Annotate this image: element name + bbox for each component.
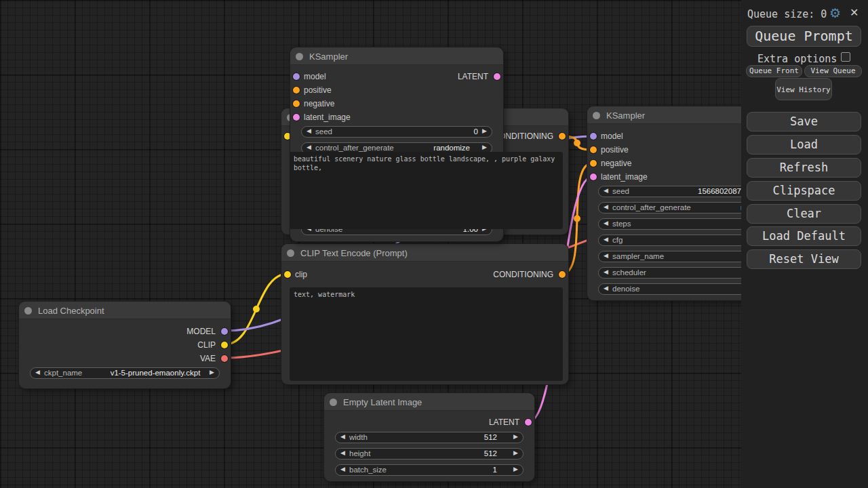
widget-value: 0 bbox=[474, 127, 478, 136]
collapse-dot-icon[interactable] bbox=[330, 399, 337, 406]
clip-input-port[interactable] bbox=[284, 271, 291, 278]
conditioning-output-port[interactable] bbox=[559, 271, 566, 278]
node-title: Load Checkpoint bbox=[38, 306, 104, 316]
decrement-arrow-icon[interactable] bbox=[604, 236, 608, 243]
load-button[interactable]: Load bbox=[747, 135, 861, 155]
negative-input-port[interactable] bbox=[293, 100, 300, 107]
widget-label: control_after_generate bbox=[315, 144, 394, 152]
negative-input-label: negative bbox=[601, 159, 631, 168]
model-input-port[interactable] bbox=[293, 73, 300, 80]
increment-arrow-icon[interactable] bbox=[513, 466, 518, 472]
queue-size-label: Queue size: 0 bbox=[747, 8, 827, 20]
node-empty-latent-image[interactable]: Empty Latent Image LATENT width 512 heig… bbox=[324, 393, 534, 481]
node-checkpoint-titlebar[interactable]: Load Checkpoint bbox=[19, 302, 231, 319]
decrement-arrow-icon[interactable] bbox=[340, 466, 345, 472]
node-load-checkpoint[interactable]: Load Checkpoint MODEL CLIP VAE ckpt_name… bbox=[19, 302, 231, 388]
widget-label: height bbox=[349, 449, 370, 458]
increment-arrow-icon[interactable] bbox=[513, 433, 518, 440]
increment-arrow-icon[interactable] bbox=[482, 144, 487, 150]
decrement-arrow-icon[interactable] bbox=[604, 220, 608, 226]
clear-button[interactable]: Clear bbox=[747, 204, 861, 224]
seed-widget[interactable]: seed 0 bbox=[301, 126, 492, 138]
widget-label: ckpt_name bbox=[44, 369, 82, 377]
graph-canvas[interactable]: CLIP Text Encode (Prompt) clip CONDITION… bbox=[0, 0, 868, 488]
model-input-port[interactable] bbox=[590, 133, 597, 140]
collapse-dot-icon[interactable] bbox=[287, 249, 294, 257]
widget-label: sampler_name bbox=[612, 252, 664, 260]
node-ksampler-top-titlebar[interactable]: KSampler bbox=[290, 47, 503, 65]
height-widget[interactable]: height 512 bbox=[335, 448, 524, 460]
positive-input-port[interactable] bbox=[590, 146, 597, 153]
refresh-button[interactable]: Refresh bbox=[747, 158, 861, 178]
decrement-arrow-icon[interactable] bbox=[307, 127, 311, 134]
queue-front-button[interactable]: Queue Front bbox=[746, 65, 802, 77]
vae-output-port[interactable] bbox=[221, 355, 228, 362]
latent-output-label: LATENT bbox=[489, 418, 519, 427]
decrement-arrow-icon[interactable] bbox=[307, 144, 311, 150]
collapse-dot-icon[interactable] bbox=[296, 53, 303, 60]
width-widget[interactable]: width 512 bbox=[335, 432, 524, 443]
next-option-arrow-icon[interactable] bbox=[210, 369, 214, 375]
model-input-label: model bbox=[304, 72, 326, 81]
load-default-button[interactable]: Load Default bbox=[747, 226, 861, 246]
decrement-arrow-icon[interactable] bbox=[604, 285, 608, 291]
latent-output-port[interactable] bbox=[525, 419, 532, 426]
clipspace-button[interactable]: Clipspace bbox=[747, 181, 861, 201]
queue-prompt-button[interactable]: Queue Prompt bbox=[747, 26, 861, 47]
menu-panel: Queue size: 0 Queue Prompt Extra options… bbox=[741, 0, 868, 488]
batch-size-widget[interactable]: batch_size 1 bbox=[335, 464, 524, 476]
widget-value: v1-5-pruned-emaonly.ckpt bbox=[92, 369, 219, 377]
node-title: CLIP Text Encode (Prompt) bbox=[300, 248, 408, 258]
previous-option-arrow-icon[interactable] bbox=[35, 369, 40, 375]
widget-value: 1 bbox=[493, 466, 497, 474]
positive-input-port[interactable] bbox=[293, 87, 300, 94]
view-queue-button[interactable]: View Queue bbox=[804, 65, 862, 77]
decrement-arrow-icon[interactable] bbox=[604, 252, 608, 259]
widget-value: randomize bbox=[433, 144, 470, 152]
clip-output-port[interactable] bbox=[221, 342, 228, 348]
settings-gear-icon[interactable] bbox=[829, 5, 841, 21]
extra-options-checkbox[interactable] bbox=[841, 52, 850, 62]
widget-label: steps bbox=[612, 220, 631, 228]
widget-label: seed bbox=[315, 127, 332, 136]
positive-input-label: positive bbox=[304, 85, 332, 95]
save-button[interactable]: Save bbox=[747, 112, 861, 131]
ckpt-name-widget[interactable]: ckpt_name v1-5-pruned-emaonly.ckpt bbox=[30, 367, 220, 379]
decrement-arrow-icon[interactable] bbox=[604, 187, 608, 194]
clip-output-label: CLIP bbox=[197, 340, 216, 350]
node-title: KSampler bbox=[309, 52, 348, 62]
decrement-arrow-icon[interactable] bbox=[340, 433, 345, 440]
latent-image-input-port[interactable] bbox=[293, 114, 300, 121]
extra-options-label: Extra options bbox=[757, 53, 837, 65]
collapse-dot-icon[interactable] bbox=[593, 112, 600, 119]
decrement-arrow-icon[interactable] bbox=[604, 203, 608, 210]
conditioning-output-port[interactable] bbox=[559, 133, 566, 140]
negative-input-label: negative bbox=[304, 99, 334, 108]
latent-image-input-label: latent_image bbox=[304, 113, 351, 122]
model-output-label: MODEL bbox=[186, 327, 216, 336]
model-output-port[interactable] bbox=[221, 328, 228, 335]
clip-input-label: clip bbox=[295, 270, 307, 279]
positive-prompt-textarea[interactable]: beautiful scenery nature glass bottle la… bbox=[290, 152, 563, 229]
node-clip-bottom-titlebar[interactable]: CLIP Text Encode (Prompt) bbox=[281, 244, 568, 262]
widget-value: 15668020871 bbox=[698, 187, 745, 195]
widget-label: seed bbox=[612, 187, 629, 195]
collapse-dot-icon[interactable] bbox=[24, 307, 32, 314]
view-history-button[interactable]: View History bbox=[775, 78, 832, 100]
widget-value: 512 bbox=[484, 433, 497, 441]
decrement-arrow-icon[interactable] bbox=[604, 268, 608, 275]
node-empty-latent-titlebar[interactable]: Empty Latent Image bbox=[324, 393, 534, 411]
latent-image-input-label: latent_image bbox=[601, 172, 648, 182]
increment-arrow-icon[interactable] bbox=[482, 127, 487, 134]
decrement-arrow-icon[interactable] bbox=[340, 449, 345, 456]
increment-arrow-icon[interactable] bbox=[513, 449, 518, 456]
reset-view-button[interactable]: Reset View bbox=[747, 249, 861, 269]
negative-input-port[interactable] bbox=[590, 160, 597, 167]
negative-prompt-textarea[interactable]: text, watermark bbox=[290, 287, 563, 381]
latent-image-input-port[interactable] bbox=[590, 174, 597, 180]
close-menu-icon[interactable] bbox=[850, 6, 859, 19]
widget-label: batch_size bbox=[349, 466, 387, 474]
latent-output-port[interactable] bbox=[494, 73, 500, 80]
model-input-label: model bbox=[601, 131, 623, 141]
widget-label: width bbox=[349, 433, 368, 441]
